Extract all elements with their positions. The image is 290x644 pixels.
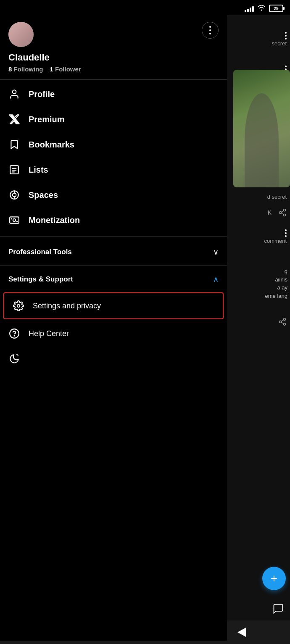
svg-point-20 — [284, 214, 286, 216]
display-name: Claudelle — [8, 52, 219, 63]
svg-point-10 — [13, 219, 16, 222]
nav-label-profile: Profile — [29, 89, 55, 99]
signal-icon — [245, 5, 254, 12]
compose-fab[interactable]: + — [262, 567, 286, 590]
help-icon — [8, 328, 20, 339]
peek-share-2 — [278, 318, 287, 328]
svg-point-0 — [13, 90, 16, 94]
help-center-item[interactable]: Help Center — [0, 321, 227, 346]
settings-privacy-label: Settings and privacy — [33, 302, 101, 310]
divider-3 — [0, 265, 227, 265]
svg-point-16 — [18, 355, 18, 356]
peek-actions: K — [268, 208, 287, 217]
professional-tools-chevron: ∨ — [213, 247, 219, 257]
svg-point-24 — [279, 321, 282, 323]
x-icon — [8, 113, 20, 125]
monetization-icon — [8, 214, 20, 226]
peek-vertical-dots-1 — [285, 32, 287, 39]
follow-stats: 8 Following 1 Follower — [8, 66, 219, 73]
android-back-button[interactable] — [233, 624, 250, 641]
nav-label-bookmarks: Bookmarks — [29, 140, 74, 150]
peek-vertical-dots-3 — [285, 229, 287, 237]
nav-label-spaces: Spaces — [29, 190, 58, 200]
nav-item-lists[interactable]: Lists — [0, 157, 227, 182]
following-stat[interactable]: 8 Following — [8, 66, 43, 73]
settings-support-chevron: ∧ — [213, 275, 219, 284]
svg-line-27 — [281, 320, 284, 321]
spaces-icon — [8, 189, 20, 201]
svg-rect-9 — [10, 217, 19, 223]
divider-2 — [0, 236, 227, 237]
svg-point-25 — [284, 323, 286, 325]
professional-tools-label: Professional Tools — [8, 248, 72, 256]
svg-line-26 — [281, 322, 284, 323]
nav-item-spaces[interactable]: Spaces — [0, 182, 227, 208]
battery-icon: 29 — [269, 5, 283, 12]
nav-label-monetization: Monetization — [29, 216, 80, 225]
nav-item-profile[interactable]: Profile — [0, 81, 227, 107]
lists-icon — [8, 164, 20, 176]
message-icon[interactable] — [272, 603, 284, 618]
share-icon — [278, 208, 287, 217]
nav-label-premium: Premium — [29, 115, 65, 124]
wifi-icon — [257, 4, 266, 13]
peek-comment: comment — [264, 238, 287, 244]
more-options-button[interactable] — [202, 22, 219, 39]
peek-secret-2: d secret — [267, 194, 287, 200]
peek-secret-1: secret — [272, 40, 287, 47]
divider-1 — [0, 79, 227, 80]
settings-support-label: Settings & Support — [8, 275, 73, 284]
svg-point-6 — [13, 193, 16, 197]
svg-line-22 — [281, 210, 284, 212]
more-dots-icon — [209, 26, 211, 34]
night-mode-row[interactable] — [0, 346, 227, 371]
main-container: Claudelle 8 Following 1 Follower Profile — [0, 15, 290, 641]
svg-line-21 — [281, 213, 284, 214]
svg-point-23 — [284, 318, 286, 321]
profile-top — [8, 22, 219, 47]
android-back-icon — [237, 628, 246, 637]
gear-icon — [13, 300, 24, 312]
svg-point-18 — [284, 209, 286, 211]
followers-stat[interactable]: 1 Follower — [50, 66, 81, 73]
status-bar: 29 — [0, 0, 290, 15]
fab-label: + — [271, 572, 277, 585]
settings-support-section[interactable]: Settings & Support ∧ — [0, 267, 227, 291]
night-mode-icon — [8, 353, 20, 365]
help-center-label: Help Center — [29, 329, 69, 338]
profile-section: Claudelle 8 Following 1 Follower — [0, 15, 227, 78]
peek-body-text: g aiinis a ay eme lang — [265, 267, 287, 300]
peek-image — [233, 70, 290, 187]
bookmark-icon — [8, 139, 20, 150]
nav-item-bookmarks[interactable]: Bookmarks — [0, 132, 227, 157]
sidebar-drawer: Claudelle 8 Following 1 Follower Profile — [0, 15, 227, 641]
nav-item-premium[interactable]: Premium — [0, 107, 227, 132]
profile-icon — [8, 88, 20, 100]
right-peek-panel: secret d secret K — [227, 15, 290, 641]
professional-tools-section[interactable]: Professional Tools ∨ — [0, 240, 227, 263]
right-wrapper: secret d secret K — [227, 15, 290, 641]
settings-privacy-item[interactable]: Settings and privacy — [3, 292, 224, 319]
svg-point-19 — [279, 212, 282, 214]
nav-item-monetization[interactable]: Monetization — [0, 208, 227, 233]
avatar[interactable] — [8, 22, 34, 47]
nav-label-lists: Lists — [29, 165, 48, 175]
svg-point-13 — [17, 305, 20, 308]
